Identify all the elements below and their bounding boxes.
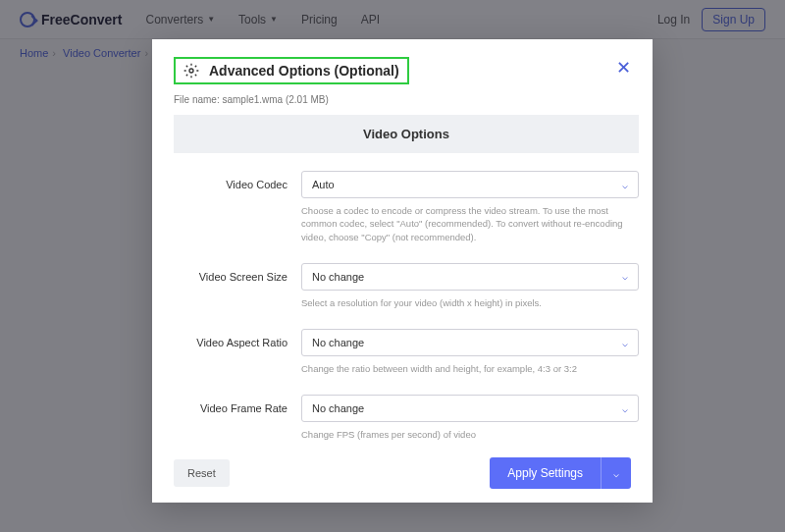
modal-body[interactable]: Video Options Video Codec Auto⌵ Choose a… <box>152 115 653 443</box>
chevron-down-icon: ⌵ <box>622 403 628 414</box>
chevron-down-icon: ⌵ <box>613 468 619 479</box>
modal-title-highlight: Advanced Options (Optional) <box>174 57 409 84</box>
field-label: Video Screen Size <box>174 263 288 283</box>
chevron-down-icon: ⌵ <box>622 338 628 348</box>
file-name-row: File name: sample1.wma (2.01 MB) <box>152 94 653 115</box>
field-video-codec: Video Codec Auto⌵ Choose a codec to enco… <box>174 171 639 257</box>
help-text: Choose a codec to encode or compress the… <box>301 204 639 243</box>
field-screen-size: Video Screen Size No change⌵ Select a re… <box>174 263 639 323</box>
help-text: Select a resolution for your video (widt… <box>301 296 639 309</box>
apply-button-group: Apply Settings ⌵ <box>490 457 631 489</box>
select-frame-rate[interactable]: No change⌵ <box>301 395 639 422</box>
file-name-value: sample1.wma (2.01 MB) <box>222 94 328 105</box>
svg-point-0 <box>189 69 193 73</box>
modal-footer: Reset Apply Settings ⌵ <box>152 443 653 503</box>
help-text: Change the ratio between width and heigh… <box>301 362 639 375</box>
field-frame-rate: Video Frame Rate No change⌵ Change FPS (… <box>174 395 639 443</box>
select-screen-size[interactable]: No change⌵ <box>301 263 639 291</box>
field-label: Video Aspect Ratio <box>174 329 288 348</box>
apply-settings-button[interactable]: Apply Settings <box>490 457 601 489</box>
close-icon[interactable]: ✕ <box>616 57 631 79</box>
help-text: Change FPS (frames per second) of video <box>301 428 639 441</box>
gear-icon <box>183 63 199 79</box>
field-aspect-ratio: Video Aspect Ratio No change⌵ Change the… <box>174 329 639 389</box>
chevron-down-icon: ⌵ <box>622 180 628 190</box>
apply-dropdown-button[interactable]: ⌵ <box>601 457 631 489</box>
modal-header: Advanced Options (Optional) ✕ <box>152 39 653 94</box>
advanced-options-modal: Advanced Options (Optional) ✕ File name:… <box>152 39 653 503</box>
select-aspect-ratio[interactable]: No change⌵ <box>301 329 639 356</box>
section-header: Video Options <box>174 115 639 153</box>
reset-button[interactable]: Reset <box>174 459 230 487</box>
select-video-codec[interactable]: Auto⌵ <box>301 171 639 198</box>
chevron-down-icon: ⌵ <box>622 271 628 282</box>
field-label: Video Frame Rate <box>174 395 288 414</box>
modal-title: Advanced Options (Optional) <box>209 63 399 79</box>
field-label: Video Codec <box>174 171 288 190</box>
